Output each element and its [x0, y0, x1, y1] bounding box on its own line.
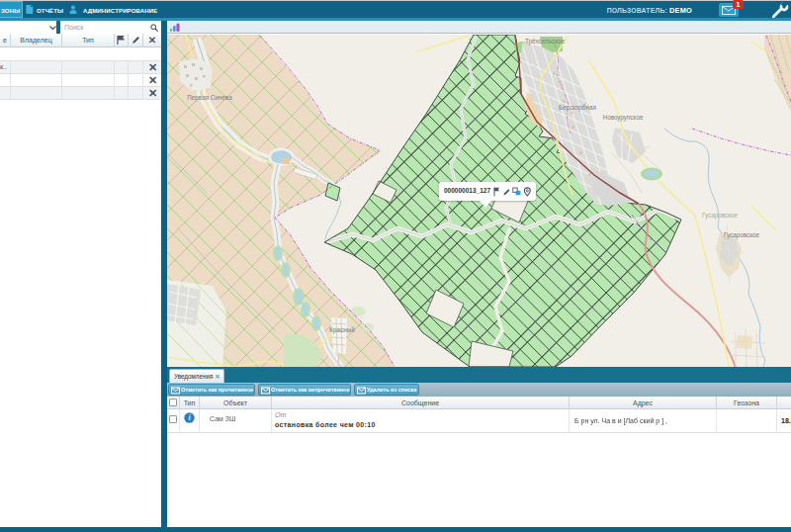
svg-text:Красный: Красный — [329, 326, 355, 334]
svg-text:Гусаровское: Гусаровское — [702, 212, 738, 220]
svg-text:Трёхсельское: Трёхсельское — [525, 38, 565, 45]
svg-text:Бесскорбная: Бесскорбная — [559, 104, 596, 112]
svg-text:Гусаровское: Гусаровское — [724, 231, 759, 239]
svg-text:Первая Синева: Первая Синева — [187, 94, 232, 102]
svg-text:Новоурупское: Новоурупское — [603, 114, 644, 122]
